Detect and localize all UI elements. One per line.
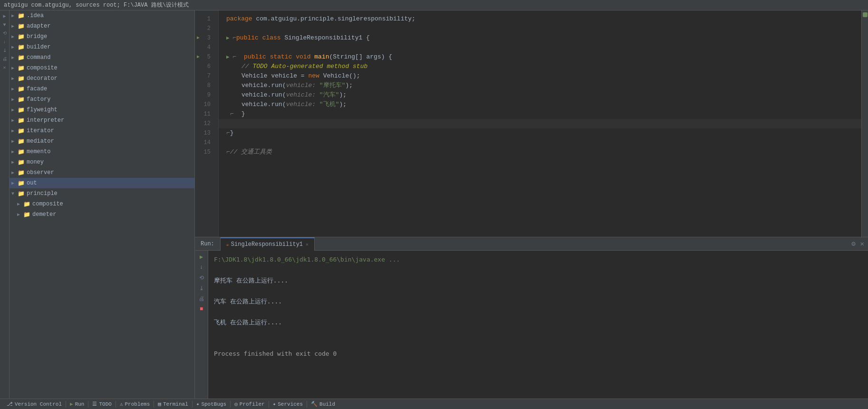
tree-item-money[interactable]: ▶ 📁 money [10,157,194,167]
tree-label-principle: principle [27,190,58,197]
status-run[interactable]: ▶ Run [67,401,87,407]
tree-label-flyweight: flyweight [27,107,58,113]
tree-item-memento[interactable]: ▶ 📁 memento [10,146,194,157]
run-label-status: Run [75,401,85,407]
left-icon-strip: ▶ ▼ ⟲ ↓ ⤓ 🖨 ✕ [0,10,10,399]
close-panel-icon[interactable]: ✕ [858,240,866,248]
folder-icon-observer: 📁 [17,169,25,176]
tree-item-flyweight[interactable]: ▶ 📁 flyweight [10,105,194,115]
rerun-icon[interactable]: ▶ [197,253,206,261]
status-build[interactable]: 🔨 Build [308,401,338,407]
kw-package: package [226,14,256,24]
status-services[interactable]: ✦ Services [270,401,306,407]
code-content[interactable]: package com.atguigu.principle.singleresp… [219,10,861,237]
bottom-tabs: Run: ☕ SingleResponsibility1 ✕ ⚙ ✕ [195,237,868,251]
left-icon-4[interactable]: ↓ [1,38,9,46]
status-todo[interactable]: ☰ TODO [89,401,114,407]
code-line-11: ⌐ } [219,109,861,119]
tree-item-mediator[interactable]: ▶ 📁 mediator [10,136,194,146]
stop-icon[interactable]: ■ [197,305,206,313]
tree-item-principle[interactable]: ▼ 📁 principle [10,188,194,199]
str-motobike: "摩托车" [319,81,346,90]
tree-item-factory[interactable]: ▶ 📁 factory [10,94,194,105]
folder-icon-command: 📁 [17,54,25,61]
kw-static: static [270,52,296,62]
print-icon[interactable]: 🖨 [197,294,206,303]
left-icon-6[interactable]: 🖨 [1,55,9,63]
tree-item-observer[interactable]: ▶ 📁 observer [10,167,194,178]
code-line-15: ⌐ // 交通工具类 [219,147,861,157]
kw-new: new [308,71,323,81]
code-line-8: vehicle.run( vehicle: "摩托车" ); [219,81,861,90]
code-line-6: // TODO Auto-generated method stub [219,62,861,71]
tree-label-bridge: bridge [27,33,47,40]
run-end-3: ); [339,100,347,109]
left-icon-7[interactable]: ✕ [1,64,9,71]
down-arrow-icon[interactable]: ↓ [197,263,206,272]
status-version-control[interactable]: ⎇ Version Control [4,401,65,407]
line-num-6: 6 [195,62,214,71]
close-brace-main: } [241,109,245,119]
left-icon-3[interactable]: ⟲ [1,29,9,37]
tree-item-bridge[interactable]: ▶ 📁 bridge [10,31,194,42]
arrow-observer: ▶ [11,170,17,175]
gutter-arrow-3: ▶ [197,33,200,43]
tab-single-responsibility[interactable]: ☕ SingleResponsibility1 ✕ [221,237,315,251]
build-label: Build [319,401,335,407]
status-profiler[interactable]: ◎ Profiler [231,401,267,407]
kw-void: void [296,52,314,62]
kw-public-5: public [244,52,270,62]
run-call-2: vehicle.run( [241,90,286,100]
arrow-principle: ▼ [11,191,17,196]
folder-icon-iterator: 📁 [17,127,25,135]
folder-icon-bridge: 📁 [17,33,25,40]
str-car: "汽车" [319,90,339,100]
terminal-icon: ▤ [158,401,161,407]
rerun2-icon[interactable]: ⟲ [197,273,206,282]
tree-item-interpreter[interactable]: ▶ 📁 interpreter [10,115,194,126]
project-path: atguigu com.atguigu, sources root; F:\JA… [4,1,189,9]
folder-icon-interpreter: 📁 [17,117,25,124]
download-icon[interactable]: ⤓ [197,284,206,292]
console-line-2: 摩托车 在公路上运行.... [214,275,862,286]
tree-item-builder[interactable]: ▶ 📁 builder [10,42,194,52]
status-problems[interactable]: ⚠ Problems [117,401,153,407]
code-line-13: ⌐ } [219,128,861,138]
tree-label-money: money [27,159,44,166]
line-num-14: 14 [195,138,214,147]
console-line-1: F:\JDK1.8\jdk1.8.0_66\jdk1.8.0_66\bin\ja… [214,254,862,265]
tree-item-command[interactable]: ▶ 📁 command [10,52,194,63]
folder-icon-idea: 📁 [17,12,25,19]
code-line-4 [219,43,861,52]
tree-item-idea[interactable]: ▶ 📁 .idea [10,10,194,21]
tree-label-composite: composite [27,65,58,71]
tree-item-adapter[interactable]: ▶ 📁 adapter [10,21,194,31]
profiler-icon: ◎ [234,401,238,407]
tree-item-iterator[interactable]: ▶ 📁 iterator [10,126,194,136]
folder-icon-builder: 📁 [17,43,25,51]
status-spotbugs[interactable]: ✦ SpotBugs [193,401,229,407]
folder-icon-principle: 📁 [17,190,25,197]
settings-icon[interactable]: ⚙ [849,240,858,248]
left-icon-2[interactable]: ▼ [1,21,9,29]
close-brace-class: } [230,128,234,138]
tree-item-out[interactable]: ▶ 📁 out [10,178,194,188]
tree-item-principle-composite[interactable]: ▶ 📁 composite [10,199,194,209]
problems-label: Problems [125,401,150,407]
sep-5 [192,401,193,408]
left-icon-5[interactable]: ⤓ [1,47,9,54]
tree-item-composite[interactable]: ▶ 📁 composite [10,63,194,73]
status-terminal[interactable]: ▤ Terminal [155,401,191,407]
run-end-2: ); [339,90,347,100]
tree-item-demeter[interactable]: ▶ 📁 demeter [10,209,194,220]
code-editor: 1 2 ▶ 3 4 ▶ 5 6 7 8 9 10 11 12 13 14 [195,10,868,237]
tree-item-decorator[interactable]: ▶ 📁 decorator [10,73,194,84]
sep-8 [307,401,307,408]
tab-file-icon: ☕ [226,242,229,247]
line-num-2: 2 [195,24,214,33]
class-name: SingleResponsibility1 { [284,33,369,43]
tree-item-facade[interactable]: ▶ 📁 facade [10,84,194,94]
tab-close-btn[interactable]: ✕ [306,242,309,247]
profiler-label: Profiler [240,401,265,407]
left-icon-1[interactable]: ▶ [1,12,9,20]
